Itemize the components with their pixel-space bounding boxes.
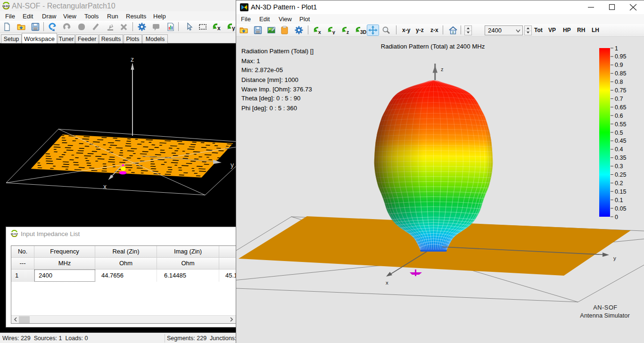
svg-text:x: x bbox=[386, 280, 388, 286]
svg-text:z: z bbox=[441, 66, 444, 72]
svg-text:x: x bbox=[318, 29, 321, 35]
svg-text:0.8: 0.8 bbox=[615, 79, 623, 85]
svg-text:AN-SOF: AN-SOF bbox=[11, 233, 18, 235]
svg-text:0.05: 0.05 bbox=[615, 205, 626, 212]
svg-text:Distance [mm]: 1000: Distance [mm]: 1000 bbox=[241, 76, 298, 83]
svg-text:y: y bbox=[332, 29, 335, 35]
svg-text:0.95: 0.95 bbox=[615, 53, 626, 60]
svg-text:z: z bbox=[131, 56, 134, 63]
svg-text:Theta [deg]: 0 : 5 : 90: Theta [deg]: 0 : 5 : 90 bbox=[241, 95, 300, 102]
svg-text:0.4: 0.4 bbox=[615, 146, 623, 153]
svg-text:AN-SOF: AN-SOF bbox=[2, 5, 10, 8]
svg-text:z: z bbox=[347, 29, 349, 35]
svg-text:0.3: 0.3 bbox=[615, 163, 623, 170]
svg-text:0.65: 0.65 bbox=[615, 104, 626, 111]
svg-text:0.2: 0.2 bbox=[615, 180, 623, 187]
svg-text:0.45: 0.45 bbox=[615, 138, 626, 144]
svg-text:0.35: 0.35 bbox=[615, 155, 626, 161]
svg-text:y: y bbox=[232, 25, 235, 31]
svg-text:Antenna Simulator: Antenna Simulator bbox=[580, 312, 630, 319]
svg-text:0.5: 0.5 bbox=[615, 130, 623, 136]
svg-text:0.7: 0.7 bbox=[615, 96, 623, 102]
svg-text:0.85: 0.85 bbox=[615, 70, 626, 77]
svg-text:y: y bbox=[613, 255, 616, 261]
svg-text:0.1: 0.1 bbox=[615, 197, 623, 204]
svg-text:0: 0 bbox=[615, 214, 618, 220]
svg-text:Radiation Pattern (Total) at 2: Radiation Pattern (Total) at 2400 MHz bbox=[381, 43, 485, 50]
svg-text:y: y bbox=[231, 161, 234, 169]
svg-text:0.25: 0.25 bbox=[615, 172, 626, 178]
svg-text:0.9: 0.9 bbox=[615, 62, 623, 68]
svg-text:1: 1 bbox=[615, 45, 618, 52]
svg-text:Max: 1: Max: 1 bbox=[241, 57, 260, 65]
svg-text:Wave Imp. [Ohm]: 376.73: Wave Imp. [Ohm]: 376.73 bbox=[241, 86, 312, 93]
svg-text:0.55: 0.55 bbox=[615, 121, 626, 128]
svg-text:0.15: 0.15 bbox=[615, 188, 626, 195]
svg-text:0.6: 0.6 bbox=[615, 113, 623, 119]
svg-text:x: x bbox=[103, 183, 107, 190]
svg-text:AN-SOF: AN-SOF bbox=[593, 304, 617, 311]
svg-text:Min: 2.872e-05: Min: 2.872e-05 bbox=[241, 66, 283, 74]
svg-text:0.75: 0.75 bbox=[615, 87, 626, 94]
svg-text:Radiation Pattern (Total) []: Radiation Pattern (Total) [] bbox=[241, 48, 314, 55]
svg-text:x: x bbox=[217, 25, 221, 31]
svg-text:3D: 3D bbox=[360, 29, 366, 35]
svg-text:Phi [deg]: 0 : 5 : 360: Phi [deg]: 0 : 5 : 360 bbox=[241, 105, 297, 112]
